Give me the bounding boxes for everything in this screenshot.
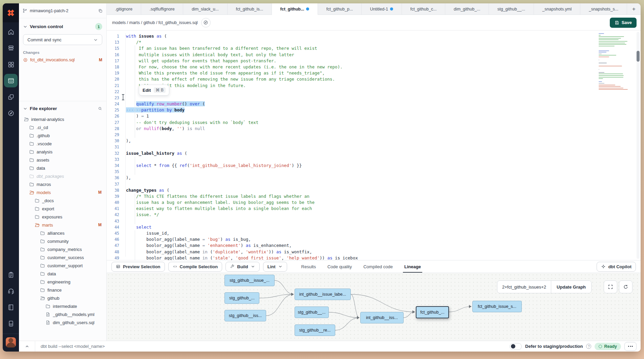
lineage-node-int_github__iss[interactable]: int_github__iss... [360,312,404,323]
copy-icon[interactable] [98,8,103,13]
code-line-31[interactable]: 31 [107,144,641,150]
code-line-20[interactable]: 20 this has the effect of removing the n… [107,76,641,82]
changed-file-row[interactable]: fct_dbt_invocations.sql M [19,56,106,64]
code-line-39[interactable]: 39 /* This CTE flattens the different is… [107,193,641,199]
orchestration-icon[interactable] [4,90,18,104]
code-line-36[interactable]: 36), [107,175,641,181]
panel-tab-code-quality[interactable]: Code quality [327,260,352,273]
editor-tab-9[interactable]: dim_github_... [445,3,489,15]
code-line-48[interactable]: 48 boolor_agg(label_name in ('duplicate'… [107,249,641,255]
version-control-header[interactable]: Version control 1 [19,18,106,33]
new-tab-button[interactable]: + [627,3,641,15]
editor-tab-1[interactable]: .gitignore [107,3,141,15]
tree-folder-intermediate[interactable]: intermediate [19,302,106,310]
studio-editor-icon[interactable] [4,74,18,87]
code-line-24[interactable]: 24 qualify row_number() over ( [107,101,641,107]
code-line-29[interactable]: 29 [107,132,641,138]
tree-folder-macros[interactable]: macros [19,180,106,188]
tree-folder-data[interactable]: data [19,270,106,278]
dbt-command-input[interactable]: dbt build --select <model_name> [35,344,510,349]
code-line-30[interactable]: 30), [107,138,641,144]
lineage-node-stg_github__iss[interactable]: stg_github__iss... [224,310,266,321]
code-line-45[interactable]: 45 issue_id, [107,230,641,236]
code-line-43[interactable]: 43 [107,218,641,224]
lineage-node-stg_github__issue_[interactable]: stg_github__issue_... [224,275,275,286]
code-line-18[interactable]: 18 For now, choose the one with more rec… [107,64,641,70]
code-line-25[interactable]: 25······partition by body [107,107,641,113]
code-line-15[interactable]: 15 If an issue has been transferred to a… [107,45,641,51]
lineage-node-int_github__issue_labe[interactable]: int_github__issue_labe... [295,289,351,300]
tree-folder-engineering[interactable]: engineering [19,278,106,286]
lineage-node-stg_github__re[interactable]: stg_github__re... [295,324,335,336]
code-editor[interactable]: 1with issues as (13 /*15 If an issue has… [107,30,641,260]
home-icon[interactable] [4,25,18,39]
search-icon[interactable] [98,106,102,111]
tree-folder-finance[interactable]: finance [19,286,106,294]
help-icon[interactable]: ? [586,344,591,349]
code-line-35[interactable]: 35 [107,169,641,175]
defer-toggle[interactable] [510,343,522,350]
tree-folder-dbt_packages[interactable]: dbt_packages [19,172,106,180]
tree-folder-assets[interactable]: assets [19,156,106,164]
tree-folder-company_metrics[interactable]: company_metrics [19,245,106,253]
tree-folder-_docs[interactable]: _docs [19,196,106,205]
editor-tab-7[interactable]: Untitled-1 [362,3,402,15]
edit-tooltip[interactable]: Edit ⌘ B [139,85,169,96]
collapse-panel-button[interactable] [19,341,35,352]
branch-row[interactable]: mirnawong1-patch-2 [19,3,106,18]
editor-scrollbar[interactable] [637,32,640,259]
lineage-selector-input[interactable]: 2+fct_github_issues+2 [497,281,551,293]
code-line-23[interactable]: 23 [107,95,641,101]
lint-button[interactable]: Lint [263,262,287,272]
support-headset-icon[interactable] [4,284,18,298]
editor-tab-6[interactable]: fct_github_p... [318,3,362,15]
lineage-node-stg_github__[interactable]: stg_github__... [295,307,329,318]
dbt-logo[interactable] [3,3,19,22]
tree-folder-customer_support[interactable]: customer_support [19,261,106,270]
code-line-40[interactable]: 40 issue has a bug or enhancement label.… [107,199,641,206]
tree-folder-.ci_cd[interactable]: .ci_cd [19,123,106,131]
editor-tab-12[interactable]: _snapshots_s... [580,3,627,15]
editor-tab-8[interactable]: fct_github_c... [402,3,445,15]
panel-tab-results[interactable]: Results [301,260,316,273]
code-line-32[interactable]: 32issue_label_history as ( [107,150,641,156]
file-explorer-header[interactable]: File explorer [19,101,106,114]
editor-tab-3[interactable]: dim_slack_u... [183,3,227,15]
code-line-26[interactable]: 26 ) = 1 [107,113,641,119]
panel-tab-lineage[interactable]: Lineage [404,260,421,273]
code-line-22[interactable]: 22 [107,89,641,95]
catalog-compass-icon[interactable] [4,106,18,120]
code-line-37[interactable]: 37 [107,181,641,187]
editor-tab-11[interactable]: _snapshots.yml [534,3,580,15]
dashboard-icon[interactable] [4,58,18,71]
editor-tab-5[interactable]: fct_github... [272,3,318,15]
commit-and-sync-button[interactable]: Commit and sync [23,34,102,45]
tree-folder-data[interactable]: data [19,164,106,172]
tree-folder-community[interactable]: community [19,237,106,245]
build-button[interactable]: Build [226,262,260,272]
tree-folder-marts[interactable]: martsM [19,221,106,229]
tree-folder-internal-analytics[interactable]: internal-analytics [19,115,106,123]
user-avatar[interactable] [6,337,16,347]
code-line-21[interactable]: 21 Let's revisit this modeling in the fu… [107,83,641,89]
code-line-13[interactable]: 13 /* [107,39,641,45]
code-line-47[interactable]: 47 boolor_agg(label_name = 'enhancement'… [107,242,641,249]
code-line-27[interactable]: 27 -- don't try deduping issues with no … [107,120,641,126]
code-line-41[interactable]: 41 easiest way to flatten multiple label… [107,206,641,212]
tree-folder-analysis[interactable]: analysis [19,148,106,156]
refresh-graph-button[interactable] [619,280,632,293]
update-graph-button[interactable]: Update Graph [551,281,591,293]
code-line-42[interactable]: 42 issue. */ [107,212,641,218]
preview-selection-button[interactable]: Preview Selection [111,262,165,272]
projects-icon[interactable] [4,41,18,55]
code-line-16[interactable]: 16 multiple issues with identical body t… [107,52,641,58]
lineage-node-fct_github_issue_s[interactable]: fct_github_issue_s... [472,301,522,312]
tree-file-_github__models.yml[interactable]: _github__models.yml [19,310,106,318]
tree-file-dim_github_users.sql[interactable]: dim_github_users.sql [19,318,106,326]
tree-folder-customer_success[interactable]: customer_success [19,253,106,261]
code-line-44[interactable]: 44 select [107,224,641,230]
editor-tab-10[interactable]: stg_github__... [489,3,534,15]
code-line-19[interactable]: 19 While this prevents the old issue fro… [107,70,641,76]
fullscreen-button[interactable] [604,280,617,293]
code-line-46[interactable]: 46 boolor_agg(label_name = 'bug') as is_… [107,236,641,242]
